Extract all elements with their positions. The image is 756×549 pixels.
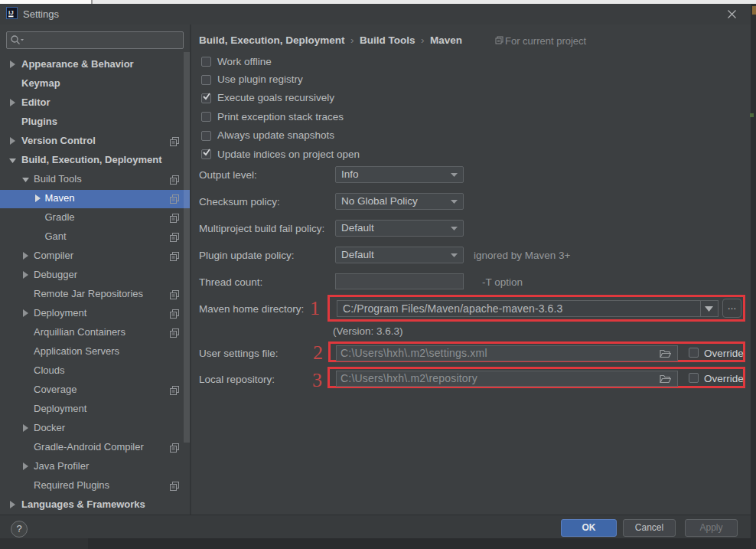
svg-text:IJ: IJ	[8, 9, 14, 16]
